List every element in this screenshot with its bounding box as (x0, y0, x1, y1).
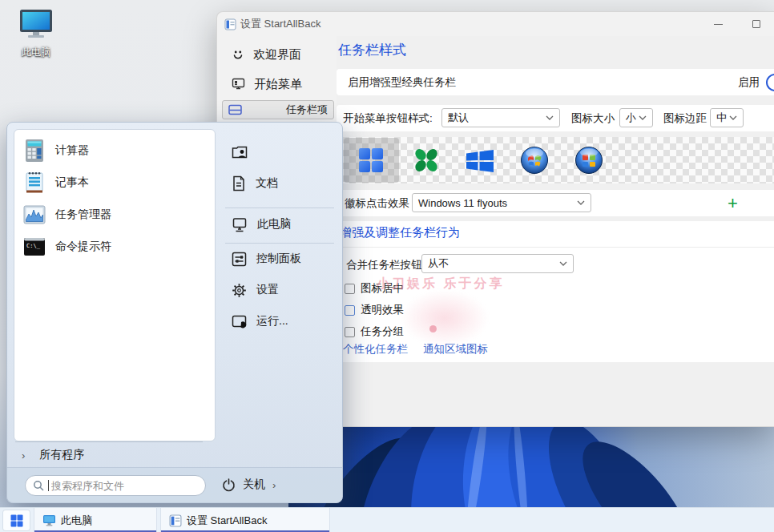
document-icon (232, 175, 246, 191)
divider (337, 247, 774, 248)
sidebar-item-startmenu[interactable]: 开始菜单 (222, 71, 334, 98)
computer-icon (232, 217, 248, 232)
svg-text:C:\_: C:\_ (26, 243, 41, 249)
checkbox-icon (345, 284, 355, 294)
sidebar-item-label: 欢迎界面 (253, 47, 301, 62)
divider (15, 441, 203, 442)
start-menu-programs-panel: 计算器 记事本 任务管理器 (14, 129, 216, 441)
checkbox-transparency[interactable]: 透明效果 (345, 300, 404, 320)
program-item-notepad[interactable]: 记事本 (18, 167, 210, 199)
place-item-control-panel[interactable]: 控制面板 (220, 245, 339, 272)
startallback-app-icon (224, 18, 236, 30)
place-item-documents[interactable]: 文档 (220, 170, 339, 197)
chevron-down-icon (639, 115, 647, 120)
place-label: 文档 (256, 176, 278, 191)
chevron-right-icon: › (272, 479, 276, 491)
sidebar-item-label: 任务栏项 (286, 103, 328, 117)
combine-select[interactable]: 从不 (421, 254, 574, 273)
run-icon (232, 314, 247, 329)
style-value: 默认 (448, 111, 469, 125)
checkbox-icon (345, 327, 355, 337)
checkbox-center-icons[interactable]: 图标居中 (345, 279, 404, 298)
maximize-icon (752, 20, 760, 28)
place-item-user[interactable] (220, 139, 339, 166)
maximize-button[interactable] (740, 12, 773, 36)
place-item-settings[interactable]: 设置 (220, 276, 339, 304)
behavior-heading: 增强及调整任务栏行为 (340, 225, 460, 240)
chevron-down-icon (577, 200, 585, 205)
taskbar-button-label: 此电脑 (61, 514, 92, 528)
search-box[interactable] (25, 475, 206, 496)
enable-toggle[interactable] (766, 74, 774, 91)
place-label: 运行... (256, 314, 288, 328)
style-label: 开始菜单按钮样式: (343, 105, 433, 131)
minimize-button[interactable] (701, 12, 735, 36)
sidebar-item-welcome[interactable]: 欢迎界面 (222, 41, 334, 68)
style-option-clover[interactable] (413, 147, 440, 176)
chevron-down-icon (546, 115, 554, 120)
windows11-logo-icon (10, 514, 23, 527)
style-option-win8[interactable] (466, 150, 494, 175)
chevron-down-icon (729, 115, 737, 120)
power-icon (222, 478, 236, 492)
style-option-win11[interactable] (358, 147, 384, 176)
search-input[interactable] (51, 480, 187, 492)
logo-click-row: 徽标点击效果 Windows 11 flyouts + (337, 190, 774, 216)
link-personalize-taskbar[interactable]: 个性化任务栏 (343, 342, 408, 357)
page-title: 任务栏样式 (338, 41, 406, 59)
icon-margin-value: 中 (716, 111, 727, 125)
icon-margin-select[interactable]: 中 (710, 108, 744, 127)
logo-click-select[interactable]: Windows 11 flyouts (412, 193, 591, 212)
chevron-down-icon (559, 261, 567, 266)
start-menu-icon (232, 78, 245, 91)
program-label: 记事本 (55, 175, 89, 190)
shutdown-label: 关机 (243, 478, 265, 492)
user-folder-icon (232, 145, 248, 159)
program-item-calculator[interactable]: 计算器 (18, 135, 210, 167)
shutdown-button[interactable]: 关机 › (222, 478, 276, 492)
windows8-logo-icon (466, 150, 494, 172)
gear-icon (232, 283, 247, 298)
program-item-cmd[interactable]: C:\_ 命令提示符 (18, 231, 210, 263)
start-button[interactable] (2, 510, 30, 531)
place-label: 控制面板 (256, 252, 301, 266)
combine-value: 从不 (428, 256, 449, 271)
program-item-taskmanager[interactable]: 任务管理器 (18, 199, 210, 231)
logo-click-value: Windows 11 flyouts (418, 197, 507, 209)
style-option-win7-orb[interactable] (520, 146, 549, 178)
link-notification-area-icons[interactable]: 通知区域图标 (423, 342, 488, 357)
place-label: 此电脑 (257, 217, 291, 232)
icon-size-value: 小 (626, 111, 636, 125)
add-button[interactable]: + (728, 190, 738, 216)
calculator-icon (22, 139, 46, 163)
place-item-this-pc[interactable]: 此电脑 (220, 211, 339, 238)
checkbox-icon (345, 305, 355, 316)
program-label: 任务管理器 (55, 208, 111, 222)
checkbox-label: 任务分组 (361, 324, 404, 339)
toggle-label: 启用 (738, 75, 760, 90)
desktop-icon-label: 此电脑 (10, 46, 62, 59)
taskbar-button-startallback[interactable]: 设置 StartAllBack (160, 508, 330, 532)
titlebar[interactable]: 设置 StartAllBack (217, 12, 774, 36)
startallback-app-icon (169, 514, 182, 527)
all-programs-button[interactable]: › 所有程序 (22, 445, 84, 466)
checkbox-task-grouping[interactable]: 任务分组 (345, 322, 404, 341)
desktop-icon-this-pc[interactable]: 此电脑 (10, 8, 62, 59)
place-item-run[interactable]: 运行... (220, 308, 339, 335)
behavior-section: 增强及调整任务栏行为 合并任务栏按钮 从不 图标居中 透明效果 任务分组 (337, 221, 774, 362)
style-select[interactable]: 默认 (441, 108, 560, 127)
enable-classic-taskbar-row: 启用增强型经典任务栏 启用 (337, 69, 774, 95)
computer-icon (42, 514, 56, 526)
clover-logo-icon (413, 147, 440, 173)
vista-orb-icon (574, 146, 603, 175)
icon-size-select[interactable]: 小 (619, 108, 653, 127)
sidebar-item-taskbar[interactable]: 任务栏项 (222, 100, 334, 119)
enable-label: 启用增强型经典任务栏 (337, 75, 456, 90)
style-option-vista-orb[interactable] (574, 146, 603, 178)
taskbar-button-this-pc[interactable]: 此电脑 (34, 508, 157, 532)
smiley-icon (232, 48, 244, 61)
this-pc-icon (18, 8, 54, 40)
window-title: 设置 StartAllBack (240, 12, 320, 36)
taskbar-pane-icon (228, 104, 242, 115)
place-label: 设置 (256, 283, 279, 297)
